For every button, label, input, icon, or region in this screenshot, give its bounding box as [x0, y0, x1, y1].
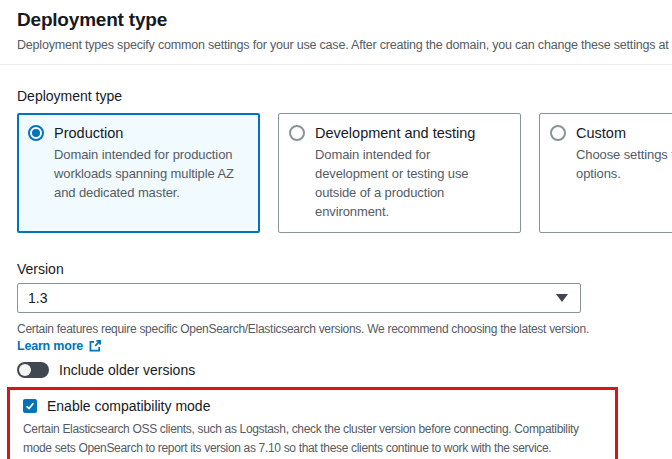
page-description: Deployment types specify common settings… [17, 38, 672, 52]
compatibility-highlight-box: Enable compatibility mode Certain Elasti… [7, 387, 618, 459]
include-older-versions-toggle[interactable] [17, 362, 49, 378]
deployment-options: Production Domain intended for productio… [17, 113, 672, 233]
card-description: Domain intended for production workloads… [54, 145, 247, 202]
toggle-knob [19, 364, 31, 376]
dropdown-caret-icon [556, 294, 568, 302]
card-head: Production [28, 125, 247, 141]
card-head: Custom [550, 125, 672, 141]
radio-card-production[interactable]: Production Domain intended for productio… [17, 113, 260, 233]
compatibility-description: Certain Elasticsearch OSS clients, such … [23, 420, 607, 458]
external-link-icon [88, 339, 102, 353]
page-title: Deployment type [17, 9, 672, 31]
learn-more-label: Learn more [17, 339, 83, 353]
include-older-versions-label: Include older versions [59, 362, 195, 378]
include-older-versions-row: Include older versions [17, 362, 672, 378]
radio-card-custom[interactable]: Custom Choose settings for all available… [539, 113, 672, 233]
card-title: Custom [576, 125, 626, 141]
compatibility-checkbox-label: Enable compatibility mode [47, 398, 210, 414]
version-learn-more-link[interactable]: Learn more [17, 339, 102, 353]
card-title: Production [54, 125, 123, 141]
checkmark-icon [24, 400, 36, 412]
card-description: Choose settings for all available option… [576, 145, 672, 183]
form-content: Deployment type Production Domain intend… [0, 88, 672, 459]
card-title: Development and testing [315, 125, 475, 141]
radio-selected-icon[interactable] [28, 125, 44, 141]
version-label: Version [17, 261, 672, 277]
radio-card-development-testing[interactable]: Development and testing Domain intended … [278, 113, 521, 233]
deployment-type-label: Deployment type [17, 88, 672, 104]
version-help-text: Certain features require specific OpenSe… [17, 322, 672, 336]
card-head: Development and testing [289, 125, 508, 141]
card-description: Domain intended for development or testi… [315, 145, 508, 221]
radio-unselected-icon[interactable] [550, 125, 566, 141]
version-select-value: 1.3 [28, 290, 556, 306]
section-divider [0, 64, 672, 65]
radio-unselected-icon[interactable] [289, 125, 305, 141]
version-select[interactable]: 1.3 [17, 283, 581, 313]
compatibility-checkbox[interactable] [23, 399, 37, 413]
compatibility-checkbox-row: Enable compatibility mode [23, 396, 607, 415]
section-header: Deployment type Deployment types specify… [0, 0, 672, 52]
deployment-type-panel: Deployment type Deployment types specify… [0, 0, 672, 459]
